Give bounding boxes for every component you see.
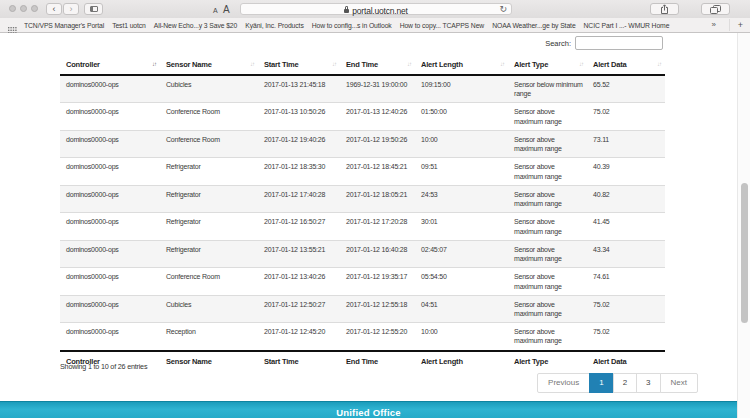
close-window-button[interactable] xyxy=(9,5,16,12)
sort-icon[interactable]: ↓↑ xyxy=(407,61,411,67)
sort-icon[interactable]: ↓↑ xyxy=(500,61,504,67)
column-header-end-time[interactable]: ↓↑End Time xyxy=(340,55,415,75)
cell-sensor-name: Conference Room xyxy=(160,130,258,157)
cell-start-time: 2017-01-12 13:55:21 xyxy=(258,240,340,267)
footer-column-end-time: End Time xyxy=(340,351,415,371)
scrollbar-thumb[interactable] xyxy=(741,183,748,323)
cell-alert-length: 10:00 xyxy=(415,323,508,351)
increase-text-size-button[interactable]: A xyxy=(223,4,230,15)
sort-icon[interactable]: ↓↑ xyxy=(152,61,156,67)
table-body: dominos0000-opsCubicles2017-01-13 21:45:… xyxy=(60,75,665,351)
sort-icon[interactable]: ↓↑ xyxy=(250,61,254,67)
zoom-window-button[interactable] xyxy=(31,5,38,12)
sort-icon[interactable]: ↓↑ xyxy=(579,61,583,67)
cell-sensor-name: Refrigerator xyxy=(160,240,258,267)
cell-sensor-name: Cubicles xyxy=(160,75,258,103)
sort-icon[interactable]: ↓↑ xyxy=(657,61,661,67)
cell-alert-data: 40.82 xyxy=(587,185,665,212)
bookmark-item-tcn-vps-manager-s-portal[interactable]: TCN/VPS Manager's Portal xyxy=(24,22,104,29)
cell-alert-length: 109:15:00 xyxy=(415,75,508,103)
url-text: portal.uotcn.net xyxy=(352,6,407,16)
sidebar-button[interactable] xyxy=(84,3,103,15)
cell-controller: dominos0000-ops xyxy=(60,130,160,157)
brand-text: Unified Office xyxy=(336,407,401,418)
refresh-icon[interactable]: ↻ xyxy=(499,4,507,15)
cell-alert-length: 24:53 xyxy=(415,185,508,212)
cell-alert-data: 75.02 xyxy=(587,103,665,130)
footer-brand-bar: Unified Office xyxy=(0,401,737,418)
sort-icon[interactable]: ↓↑ xyxy=(332,61,336,67)
cell-start-time: 2017-01-13 21:45:18 xyxy=(258,75,340,103)
cell-alert-type: Sensor above maximum range xyxy=(508,158,587,185)
column-header-sensor-name[interactable]: ↓↑Sensor Name xyxy=(160,55,258,75)
cell-alert-type: Sensor above maximum range xyxy=(508,240,587,267)
search-label: Search: xyxy=(545,39,571,48)
cell-end-time: 2017-01-12 17:20:28 xyxy=(340,213,415,240)
bookmark-item-noaa-weather-ge-by-state[interactable]: NOAA Weather...ge by State xyxy=(492,22,575,29)
new-tab-button[interactable]: + xyxy=(729,19,743,31)
forward-button[interactable]: › xyxy=(63,3,79,15)
previous-page-button[interactable]: Previous xyxy=(537,373,590,393)
cell-alert-length: 02:45:07 xyxy=(415,240,508,267)
table-row: dominos0000-opsConference Room2017-01-12… xyxy=(60,130,665,157)
search-input[interactable] xyxy=(575,36,663,50)
column-header-controller[interactable]: ↓↑Controller xyxy=(60,55,160,75)
column-header-alert-length[interactable]: ↓↑Alert Length xyxy=(415,55,508,75)
cell-end-time: 2017-01-12 18:45:21 xyxy=(340,158,415,185)
cell-alert-length: 09:51 xyxy=(415,158,508,185)
cell-alert-type: Sensor above maximum range xyxy=(508,213,587,240)
share-button[interactable] xyxy=(650,3,679,15)
cell-sensor-name: Refrigerator xyxy=(160,185,258,212)
next-page-button[interactable]: Next xyxy=(660,373,698,393)
column-header-alert-data[interactable]: ↓↑Alert Data xyxy=(587,55,665,75)
page-button-2[interactable]: 2 xyxy=(613,373,637,393)
bookmark-item-how-to-copy-tcapps-new[interactable]: How to copy... TCAPPS New xyxy=(400,22,485,29)
bookmark-item-all-new-echo-y-3-save-20[interactable]: All-New Echo...y 3 Save $20 xyxy=(154,22,237,29)
bookmark-item-test1-uotcn[interactable]: Test1 uotcn xyxy=(112,22,146,29)
bookmark-item-how-to-config-s-in-outlook[interactable]: How to config...s in Outlook xyxy=(312,22,392,29)
address-bar[interactable]: portal.uotcn.net ↻ xyxy=(240,3,512,15)
table-row: dominos0000-opsRefrigerator2017-01-12 16… xyxy=(60,213,665,240)
cell-alert-type: Sensor above maximum range xyxy=(508,185,587,212)
cell-controller: dominos0000-ops xyxy=(60,323,160,351)
cell-sensor-name: Refrigerator xyxy=(160,213,258,240)
bookmarks-bar: TCN/VPS Manager's PortalTest1 uotcnAll-N… xyxy=(0,18,750,33)
cell-start-time: 2017-01-13 10:50:26 xyxy=(258,103,340,130)
cell-controller: dominos0000-ops xyxy=(60,240,160,267)
cell-alert-type: Sensor below minimum range xyxy=(508,75,587,103)
bookmarks-overflow-chevron[interactable]: » xyxy=(712,20,716,29)
bookmark-item-ky-ni-inc-products[interactable]: Kyäni, Inc. Products xyxy=(245,22,303,29)
cell-sensor-name: Cubicles xyxy=(160,295,258,322)
table-search: Search: xyxy=(545,36,663,50)
cell-sensor-name: Conference Room xyxy=(160,103,258,130)
vertical-scrollbar[interactable] xyxy=(737,33,750,418)
cell-alert-type: Sensor above maximum range xyxy=(508,295,587,322)
cell-controller: dominos0000-ops xyxy=(60,213,160,240)
cell-start-time: 2017-01-12 19:40:26 xyxy=(258,130,340,157)
browser-window: ‹ › A A portal.uotcn.net ↻ TCN/VPS Manag… xyxy=(0,0,750,418)
cell-controller: dominos0000-ops xyxy=(60,158,160,185)
cell-end-time: 2017-01-12 12:55:20 xyxy=(340,323,415,351)
minimize-window-button[interactable] xyxy=(20,5,27,12)
decrease-text-size-button[interactable]: A xyxy=(213,7,218,14)
cell-start-time: 2017-01-12 13:40:26 xyxy=(258,268,340,295)
column-header-alert-type[interactable]: ↓↑Alert Type xyxy=(508,55,587,75)
cell-controller: dominos0000-ops xyxy=(60,185,160,212)
cell-end-time: 2017-01-13 12:40:26 xyxy=(340,103,415,130)
column-header-start-time[interactable]: ↓↑Start Time xyxy=(258,55,340,75)
page-button-1[interactable]: 1 xyxy=(589,373,613,393)
cell-alert-data: 75.02 xyxy=(587,323,665,351)
table-row: dominos0000-opsRefrigerator2017-01-12 13… xyxy=(60,240,665,267)
cell-start-time: 2017-01-12 12:45:20 xyxy=(258,323,340,351)
back-button[interactable]: ‹ xyxy=(46,3,62,15)
table-row: dominos0000-opsCubicles2017-01-13 21:45:… xyxy=(60,75,665,103)
bookmark-item-ncic-part-i-wmur-home[interactable]: NCIC Part I ...- WMUR Home xyxy=(584,22,670,29)
sidebar-icon xyxy=(90,6,98,12)
footer-column-start-time: Start Time xyxy=(258,351,340,371)
cell-alert-data: 65.52 xyxy=(587,75,665,103)
cell-controller: dominos0000-ops xyxy=(60,295,160,322)
cell-controller: dominos0000-ops xyxy=(60,75,160,103)
page-button-3[interactable]: 3 xyxy=(636,373,660,393)
page-content: Search: ↓↑Controller↓↑Sensor Name↓↑Start… xyxy=(0,33,750,418)
tabs-button[interactable] xyxy=(701,3,730,15)
